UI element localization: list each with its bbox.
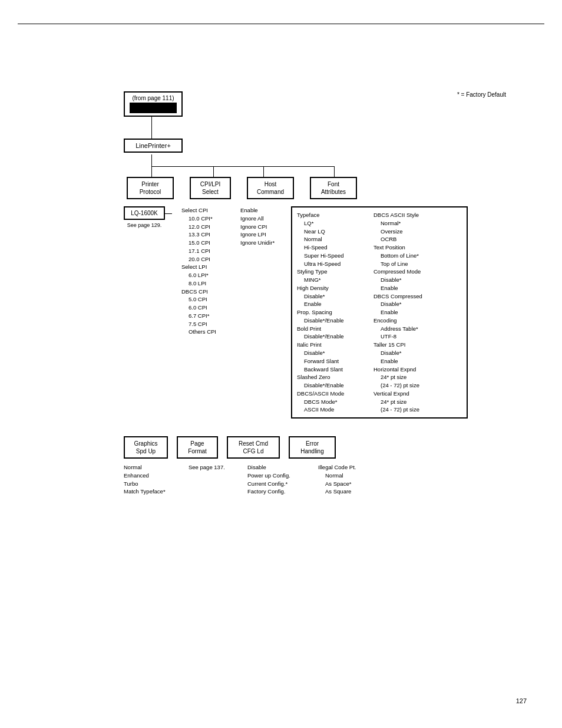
dbcs-hexpnd: Horizontal Expnd (373, 365, 459, 374)
line-v5 (263, 166, 264, 177)
font-nearlq: Near LQ (304, 228, 370, 236)
graphics-match: Match Typeface* (124, 487, 183, 496)
from-page-box: (from page 111) (124, 91, 183, 117)
dbcs-col: DBCS ASCII Style Normal* Oversize OCRB T… (373, 211, 459, 414)
cpi-item-6: 20.0 CPI (189, 255, 230, 263)
dbcs-v24-72: (24 - 72) pt size (381, 406, 459, 414)
font-bold-val: Disable*/Enable (304, 332, 370, 341)
font-backward: Backward Slant (304, 365, 370, 374)
cpi-lpi-label: CPI/LPISelect (200, 181, 220, 195)
cpi-item-8: 6.0 LPI* (189, 271, 230, 279)
bottom-header-row: GraphicsSpd Up PageFormat Reset CmdCFG L… (124, 436, 509, 459)
line-v4 (213, 166, 214, 177)
font-italic: Italic Print (297, 341, 370, 349)
font-dbcs-ascii: DBCS/ASCII Mode (297, 390, 370, 398)
font-hd-enable: Enable (304, 300, 370, 308)
font-styling: Styling Type (297, 268, 370, 276)
reset-factory: Factory Config. (247, 487, 312, 496)
from-page-black-bar (130, 103, 177, 113)
cpi-item-0: Select CPI (181, 206, 230, 215)
line-v3 (151, 166, 152, 177)
reset-current: Current Config.* (247, 480, 312, 488)
host-item-0: Enable (240, 206, 283, 215)
font-lq: LQ* (304, 219, 370, 228)
printer-protocol-label: PrinterProtocol (140, 181, 161, 195)
cpi-item-1: 10.0 CPI* (189, 215, 230, 223)
cpi-item-15: Others CPI (189, 328, 230, 336)
line-h1 (151, 166, 334, 167)
font-forward: Forward Slant (304, 357, 370, 365)
dbcs-utf8: UTF-8 (381, 332, 459, 341)
header-printer-protocol: PrinterProtocol (127, 177, 174, 199)
lineprinter-label: LinePrinter+ (135, 142, 171, 149)
font-hd-disable: Disable* (304, 292, 370, 301)
reset-disable: Disable (247, 463, 312, 472)
dbcs-addr: Address Table* (381, 325, 459, 333)
dbcs-comp-disable: Disable* (381, 276, 459, 284)
bottom-header-graphics: GraphicsSpd Up (124, 436, 168, 459)
header-cpi-lpi: CPI/LPISelect (190, 177, 231, 199)
host-command-label: HostCommand (257, 181, 284, 195)
font-highdensity: High Density (297, 284, 370, 292)
cpi-item-13: 6.7 CPI* (189, 312, 230, 320)
reset-cmd-col: Disable Power up Config. Current Config.… (247, 463, 318, 496)
dbcs-normal: Normal* (381, 219, 459, 228)
error-square: As Square (325, 487, 389, 496)
font-bold: Bold Print (297, 325, 370, 333)
font-hispeed: Hi-Speed (304, 243, 370, 252)
header-host-command: HostCommand (247, 177, 294, 199)
content-area: LQ-1600K See page 129. Select CPI 10.0 C… (124, 206, 468, 419)
font-attributes-label: FontAttributes (321, 181, 346, 195)
see-page-lq: See page 129. (127, 222, 162, 228)
bottom-section: GraphicsSpd Up PageFormat Reset CmdCFG L… (124, 436, 509, 496)
graphics-label: GraphicsSpd Up (134, 440, 157, 454)
dbcs-h24-72: (24 - 72) pt size (381, 381, 459, 390)
bottom-header-error: ErrorHandling (289, 436, 336, 459)
font-prop: Prop. Spacing (297, 308, 370, 317)
bottom-header-page-format: PageFormat (177, 436, 218, 459)
graphics-turbo: Turbo (124, 480, 183, 488)
factory-note: * = Factory Default (457, 91, 506, 98)
dbcs-top: Top of Line (381, 260, 459, 268)
font-slashed-val: Disable*/Enable (304, 381, 370, 390)
page-format-col: See page 137. (189, 463, 247, 496)
host-item-2: Ignore CPI (240, 223, 283, 231)
line-v6 (334, 166, 335, 177)
dbcs-v24: 24* pt size (381, 398, 459, 406)
lq-label: LQ-1600K (131, 210, 158, 216)
dbcs-textpos: Text Position (373, 243, 459, 252)
dbcs-ocrb: OCRB (381, 235, 459, 243)
dbcs-oversize: Oversize (381, 228, 459, 236)
dbcs-vexpnd: Vertical Expnd (373, 390, 459, 398)
reset-cmd-label: Reset CmdCFG Ld (239, 440, 268, 454)
graphics-enhanced: Enhanced (124, 472, 183, 480)
font-col: Typeface LQ* Near LQ Normal Hi-Speed Sup… (297, 211, 373, 414)
page-container: * = Factory Default (from page 111) Line… (0, 0, 562, 728)
lq-box: LQ-1600K (124, 206, 165, 220)
font-prop-val: Disable*/Enable (304, 317, 370, 325)
dbcs-taller: Taller 15 CPI (373, 341, 459, 349)
host-item-1: Ignore All (240, 215, 283, 223)
error-col: Illegal Code Pt. Normal As Space* As Squ… (318, 463, 395, 496)
from-page-label: (from page 111) (132, 95, 174, 101)
dbcs-h24: 24* pt size (381, 373, 459, 381)
dbcs-taller-disable: Disable* (381, 349, 459, 357)
error-label: ErrorHandling (300, 440, 323, 454)
cpi-item-11: 5.0 CPI (189, 295, 230, 304)
cpi-item-7: Select LPI (181, 263, 230, 271)
dbcs-comp2-disable: Disable* (381, 300, 459, 308)
cpi-item-9: 8.0 LPI (189, 279, 230, 288)
font-normal: Normal (304, 235, 370, 243)
font-ming: MING* (304, 276, 370, 284)
font-ultrahispeed: Ultra Hi-Speed (304, 260, 370, 268)
dbcs-compressed2: DBCS Compressed (373, 292, 459, 301)
header-row: PrinterProtocol CPI/LPISelect HostComman… (127, 177, 357, 199)
graphics-normal: Normal (124, 463, 183, 472)
cpi-item-14: 7.5 CPI (189, 320, 230, 328)
line-h2 (165, 213, 172, 214)
cpi-item-4: 15.0 CPI (189, 239, 230, 247)
cpi-item-2: 12.0 CPI (189, 223, 230, 231)
font-dbcs-mode: DBCS Mode* (304, 398, 370, 406)
host-item-4: Ignore Unidir* (240, 239, 283, 247)
error-illegal: Illegal Code Pt. (318, 463, 389, 472)
